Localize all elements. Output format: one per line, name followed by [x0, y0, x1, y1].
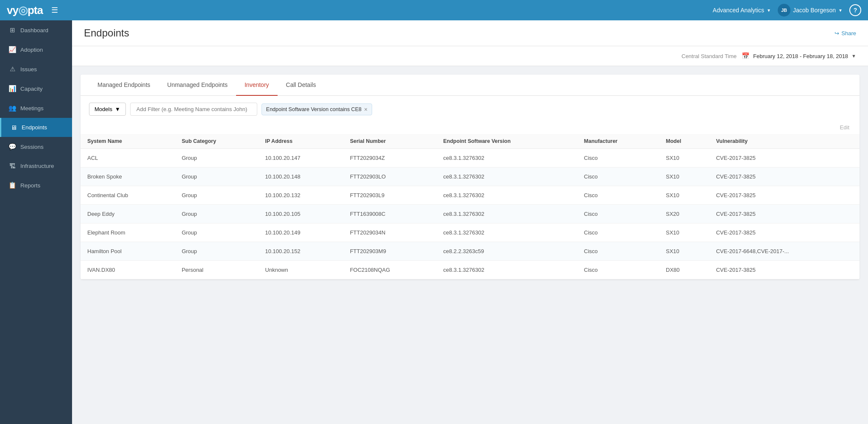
cell-manufacturer: Cisco [577, 149, 659, 167]
cell-vulnerability[interactable]: CVE-2017-3825 [709, 149, 860, 167]
calendar-icon: 📅 [742, 52, 750, 60]
cell-endpoint-software-version: ce8.3.1.3276302 [437, 261, 577, 279]
cell-vulnerability[interactable]: CVE-2017-3825 [709, 223, 860, 242]
cell-endpoint-software-version: ce8.3.1.3276302 [437, 167, 577, 186]
filters-bar: Central Standard Time 📅 February 12, 201… [72, 46, 868, 66]
cell-sub-category: Group [175, 149, 259, 167]
meetings-icon: 👥 [8, 104, 16, 112]
cell-sub-category: Personal [175, 261, 259, 279]
cell-model: SX10 [659, 149, 709, 167]
cell-sub-category: Group [175, 223, 259, 242]
table-row: IVAN.DX80PersonalUnknownFOC2108NQAGce8.3… [81, 261, 860, 279]
sidebar-item-capacity[interactable]: 📊 Capacity [0, 79, 72, 98]
cell-manufacturer: Cisco [577, 261, 659, 279]
tab-bar: Managed EndpointsUnmanaged EndpointsInve… [81, 75, 860, 96]
models-chevron-icon: ▼ [115, 106, 120, 112]
table-row: Broken SpokeGroup10.100.20.148FTT202903L… [81, 167, 860, 186]
remove-filter-button[interactable]: × [364, 106, 367, 113]
main-panel: Managed EndpointsUnmanaged EndpointsInve… [81, 75, 860, 279]
cell-vulnerability[interactable]: CVE-2017-3825 [709, 167, 860, 186]
advanced-analytics-button[interactable]: Advanced Analytics ▼ [713, 7, 771, 14]
col-header-model: Model [659, 134, 709, 149]
cell-system-name[interactable]: Hamilton Pool [81, 242, 175, 261]
cell-endpoint-software-version: ce8.3.1.3276302 [437, 149, 577, 167]
tab-inventory[interactable]: Inventory [236, 75, 278, 96]
hamburger-icon[interactable]: ☰ [51, 6, 58, 15]
table-row: Continental ClubGroup10.100.20.132FTT202… [81, 186, 860, 205]
nav-right: Advanced Analytics ▼ JB Jacob Borgeson ▼… [713, 4, 861, 17]
active-filter-tag: Endpoint Software Version contains CE8 × [262, 103, 372, 115]
sidebar-item-meetings[interactable]: 👥 Meetings [0, 98, 72, 118]
sidebar-item-sessions[interactable]: 💬 Sessions [0, 137, 72, 156]
cell-serial-number: FTT2029034N [343, 223, 437, 242]
sidebar-item-reports[interactable]: 📋 Reports [0, 176, 72, 195]
cell-serial-number: FTT1639008C [343, 205, 437, 223]
cell-system-name[interactable]: Deep Eddy [81, 205, 175, 223]
sidebar: ⊞ Dashboard📈 Adoption⚠ Issues📊 Capacity👥… [0, 20, 72, 424]
table-row: Hamilton PoolGroup10.100.20.152FTT202903… [81, 242, 860, 261]
cell-model: SX10 [659, 186, 709, 205]
cell-system-name[interactable]: ACL [81, 149, 175, 167]
sidebar-item-label: Dashboard [20, 27, 48, 33]
sidebar-item-issues[interactable]: ⚠ Issues [0, 59, 72, 79]
cell-system-name[interactable]: Broken Spoke [81, 167, 175, 186]
cell-serial-number: FTT2029034Z [343, 149, 437, 167]
user-chevron-icon: ▼ [838, 8, 843, 13]
table-row: Deep EddyGroup10.100.20.105FTT1639008Cce… [81, 205, 860, 223]
date-range-button[interactable]: 📅 February 12, 2018 - February 18, 2018 … [742, 52, 856, 60]
cell-system-name[interactable]: IVAN.DX80 [81, 261, 175, 279]
endpoints-icon: 🖥 [10, 124, 17, 131]
cell-model: SX10 [659, 242, 709, 261]
tab-managed[interactable]: Managed Endpoints [89, 75, 159, 96]
sidebar-item-label: Endpoints [22, 124, 47, 131]
cell-vulnerability[interactable]: CVE-2017-3825 [709, 261, 860, 279]
sidebar-item-dashboard[interactable]: ⊞ Dashboard [0, 20, 72, 40]
analytics-label: Advanced Analytics [713, 7, 764, 14]
cell-manufacturer: Cisco [577, 223, 659, 242]
cell-manufacturer: Cisco [577, 242, 659, 261]
sidebar-item-label: Sessions [20, 144, 44, 150]
cell-model: SX10 [659, 223, 709, 242]
cell-system-name[interactable]: Continental Club [81, 186, 175, 205]
page-header: Endpoints ↪ Share [72, 20, 868, 46]
table-row: ACLGroup10.100.20.147FTT2029034Zce8.3.1.… [81, 149, 860, 167]
tab-unmanaged[interactable]: Unmanaged Endpoints [159, 75, 236, 96]
col-header-sub-category: Sub Category [175, 134, 259, 149]
analytics-chevron-icon: ▼ [767, 8, 771, 13]
share-button[interactable]: ↪ Share [835, 30, 856, 36]
sidebar-item-endpoints[interactable]: 🖥 Endpoints [0, 118, 72, 137]
sidebar-item-label: Adoption [20, 47, 43, 53]
cell-sub-category: Group [175, 167, 259, 186]
main-layout: ⊞ Dashboard📈 Adoption⚠ Issues📊 Capacity👥… [0, 20, 868, 424]
cell-serial-number: FTT202903L9 [343, 186, 437, 205]
cell-ip-address: Unknown [259, 261, 343, 279]
sidebar-item-infrastructure[interactable]: 🏗 Infrastructure [0, 156, 72, 176]
cell-ip-address: 10.100.20.152 [259, 242, 343, 261]
cell-vulnerability[interactable]: CVE-2017-6648,CVE-2017-... [709, 242, 860, 261]
active-filter-label: Endpoint Software Version contains CE8 [266, 106, 362, 112]
cell-ip-address: 10.100.20.105 [259, 205, 343, 223]
tab-call_details[interactable]: Call Details [278, 75, 325, 96]
help-button[interactable]: ? [849, 4, 861, 16]
models-dropdown-button[interactable]: Models ▼ [89, 103, 126, 116]
content-area: Endpoints ↪ Share Central Standard Time … [72, 20, 868, 424]
col-header-serial-number: Serial Number [343, 134, 437, 149]
cell-vulnerability[interactable]: CVE-2017-3825 [709, 205, 860, 223]
filter-input[interactable] [130, 103, 257, 116]
sidebar-item-label: Reports [20, 182, 40, 189]
sidebar-item-adoption[interactable]: 📈 Adoption [0, 40, 72, 59]
col-header-ip-address: IP Address [259, 134, 343, 149]
sidebar-item-label: Meetings [20, 105, 44, 112]
cell-endpoint-software-version: ce8.3.1.3276302 [437, 205, 577, 223]
edit-link[interactable]: Edit [840, 124, 849, 131]
cell-vulnerability[interactable]: CVE-2017-3825 [709, 186, 860, 205]
user-avatar: JB [778, 4, 790, 17]
cell-model: DX80 [659, 261, 709, 279]
sidebar-item-label: Infrastructure [20, 163, 54, 169]
cell-serial-number: FTT202903M9 [343, 242, 437, 261]
adoption-icon: 📈 [8, 46, 16, 53]
cell-system-name[interactable]: Elephant Room [81, 223, 175, 242]
user-menu-button[interactable]: JB Jacob Borgeson ▼ [778, 4, 843, 17]
table-row: Elephant RoomGroup10.100.20.149FTT202903… [81, 223, 860, 242]
page-title: Endpoints [84, 27, 129, 39]
